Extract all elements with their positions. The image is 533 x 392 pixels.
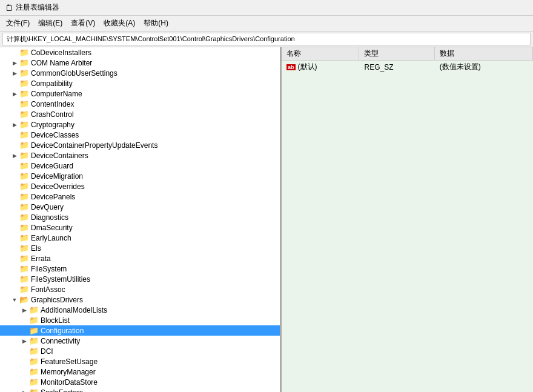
menu-file[interactable]: 文件(F) xyxy=(2,17,33,30)
tree-item-MonitorDataStore[interactable]: 📁 MonitorDataStore xyxy=(0,377,280,387)
tree-label: DevicePanels xyxy=(31,193,75,201)
folder-icon: 📁 xyxy=(19,58,29,67)
tree-item-Connectivity[interactable]: ▶ 📁 Connectivity xyxy=(0,336,280,346)
tree-label: DCI xyxy=(41,347,53,356)
tree-item-DevQuery[interactable]: 📁 DevQuery xyxy=(0,202,280,212)
tree-item-Els[interactable]: 📁 Els xyxy=(0,243,280,253)
folder-icon: 📁 xyxy=(29,377,39,387)
folder-icon: 📁 xyxy=(29,326,39,335)
expand-icon xyxy=(10,132,19,138)
tree-label: Configuration xyxy=(41,327,84,335)
expand-icon xyxy=(19,348,29,354)
tree-item-CrashControl[interactable]: 📁 CrashControl xyxy=(0,109,280,119)
tree-item-DeviceOverrides[interactable]: 📁 DeviceOverrides xyxy=(0,181,280,191)
folder-icon: 📂 xyxy=(19,295,29,304)
tree-item-AdditionalModelLists[interactable]: ▶ 📁 AdditionalModelLists xyxy=(0,305,280,315)
tree-item-Compatibility[interactable]: 📁 Compatibility xyxy=(0,78,280,88)
folder-icon: 📁 xyxy=(29,357,39,366)
tree-item-DevicePanels[interactable]: 📁 DevicePanels xyxy=(0,191,280,202)
tree-item-DeviceClasses[interactable]: 📁 DeviceClasses xyxy=(0,130,280,140)
expand-icon xyxy=(10,214,19,221)
menu-favorites[interactable]: 收藏夹(A) xyxy=(100,17,139,30)
expand-icon: ▶ xyxy=(10,70,19,76)
tree-item-CoDeviceInstallers[interactable]: 📁 CoDeviceInstallers xyxy=(0,47,280,58)
tree-item-GraphicsDrivers[interactable]: ▼ 📂 GraphicsDrivers xyxy=(0,294,280,305)
tree-label: ComputerName xyxy=(31,90,82,98)
tree-item-Cryptography[interactable]: ▶ 📁 Cryptography xyxy=(0,119,280,130)
registry-tree[interactable]: 📁 CoDeviceInstallers ▶ 📁 COM Name Arbite… xyxy=(0,47,282,392)
tree-label: MonitorDataStore xyxy=(41,378,98,387)
table-row[interactable]: ab(默认) REG_SZ (数值未设置) xyxy=(282,61,533,74)
tree-label: DevQuery xyxy=(31,203,64,211)
folder-icon: 📁 xyxy=(19,141,29,150)
folder-icon: 📁 xyxy=(19,274,29,284)
tree-item-ComputerName[interactable]: ▶ 📁 ComputerName xyxy=(0,88,280,99)
tree-item-DCI[interactable]: 📁 DCI xyxy=(0,346,280,356)
reg-name: ab(默认) xyxy=(282,61,359,74)
tree-item-DmaSecurity[interactable]: 📁 DmaSecurity xyxy=(0,222,280,233)
tree-item-Diagnostics[interactable]: 📁 Diagnostics xyxy=(0,212,280,222)
tree-label: MemoryManager xyxy=(41,368,96,376)
folder-icon: 📁 xyxy=(19,192,29,201)
folder-icon: 📁 xyxy=(19,110,29,119)
tree-item-DeviceContainers[interactable]: ▶ 📁 DeviceContainers xyxy=(0,150,280,161)
expand-icon: ▶ xyxy=(10,122,19,128)
expand-icon xyxy=(10,204,19,210)
folder-icon: 📁 xyxy=(19,182,29,191)
reg-type: REG_SZ xyxy=(359,61,434,74)
tree-item-FontAssoc[interactable]: 📁 FontAssoc xyxy=(0,284,280,294)
expand-icon xyxy=(10,173,19,179)
folder-icon: 📁 xyxy=(29,347,39,356)
tree-item-COMNameArbiter[interactable]: ▶ 📁 COM Name Arbiter xyxy=(0,58,280,68)
tree-item-Configuration[interactable]: 📁 Configuration xyxy=(0,325,280,336)
expand-icon xyxy=(19,317,29,324)
tree-label: Cryptography xyxy=(31,121,74,129)
expand-icon xyxy=(10,81,19,87)
tree-label: DeviceContainers xyxy=(31,151,88,160)
expand-icon: ▶ xyxy=(10,91,19,97)
menu-view[interactable]: 查看(V) xyxy=(67,17,99,30)
tree-item-FileSystem[interactable]: 📁 FileSystem xyxy=(0,264,280,274)
expand-icon xyxy=(10,235,19,241)
title-bar: 🗒 注册表编辑器 xyxy=(0,0,533,16)
tree-item-BlockList[interactable]: 📁 BlockList xyxy=(0,315,280,325)
col-name: 名称 xyxy=(282,47,359,61)
tree-label: Els xyxy=(31,244,41,253)
expand-icon xyxy=(10,245,19,251)
folder-icon: 📁 xyxy=(19,130,29,139)
col-data: 数据 xyxy=(434,47,532,61)
tree-item-DeviceGuard[interactable]: 📁 DeviceGuard xyxy=(0,161,280,171)
tree-label: ScaleFactors xyxy=(41,388,83,393)
address-label: 计算机\HKEY_LOCAL_MACHINE\SYSTEM\ControlSet… xyxy=(7,35,295,42)
folder-icon: 📁 xyxy=(19,202,29,211)
menu-help[interactable]: 帮助(H) xyxy=(140,17,172,30)
tree-label: Compatibility xyxy=(31,79,73,88)
folder-icon: 📁 xyxy=(29,305,39,314)
folder-icon: 📁 xyxy=(19,285,29,294)
tree-item-MemoryManager[interactable]: 📁 MemoryManager xyxy=(0,367,280,377)
tree-label: FeatureSetUsage xyxy=(41,357,98,366)
address-bar: 计算机\HKEY_LOCAL_MACHINE\SYSTEM\ControlSet… xyxy=(2,33,531,45)
tree-item-ContentIndex[interactable]: 📁 ContentIndex xyxy=(0,99,280,109)
tree-label: AdditionalModelLists xyxy=(41,306,107,314)
expand-icon xyxy=(10,256,19,262)
tree-item-FeatureSetUsage[interactable]: 📁 FeatureSetUsage xyxy=(0,356,280,367)
tree-item-Errata[interactable]: 📁 Errata xyxy=(0,253,280,264)
tree-label: CommonGlobUserSettings xyxy=(31,69,118,78)
tree-item-EarlyLaunch[interactable]: 📁 EarlyLaunch xyxy=(0,233,280,243)
tree-item-DeviceContainerPropertyUpdateEvents[interactable]: 📁 DeviceContainerPropertyUpdateEvents xyxy=(0,140,280,150)
expand-icon: ▶ xyxy=(19,307,29,313)
tree-item-FileSystemUtilities[interactable]: 📁 FileSystemUtilities xyxy=(0,274,280,284)
tree-item-DeviceMigration[interactable]: 📁 DeviceMigration xyxy=(0,171,280,181)
tree-item-ScaleFactors[interactable]: ▶ 📁 ScaleFactors xyxy=(0,387,280,392)
tree-label: DeviceGuard xyxy=(31,162,73,170)
folder-icon: 📁 xyxy=(19,99,29,108)
folder-icon: 📁 xyxy=(19,151,29,160)
menu-edit[interactable]: 编辑(E) xyxy=(35,17,66,30)
folder-icon: 📁 xyxy=(19,233,29,242)
expand-icon: ▼ xyxy=(10,297,19,303)
folder-icon: 📁 xyxy=(19,68,29,78)
expand-icon xyxy=(19,379,29,385)
tree-item-CommonGlobUserSettings[interactable]: ▶ 📁 CommonGlobUserSettings xyxy=(0,68,280,78)
expand-icon xyxy=(10,266,19,272)
